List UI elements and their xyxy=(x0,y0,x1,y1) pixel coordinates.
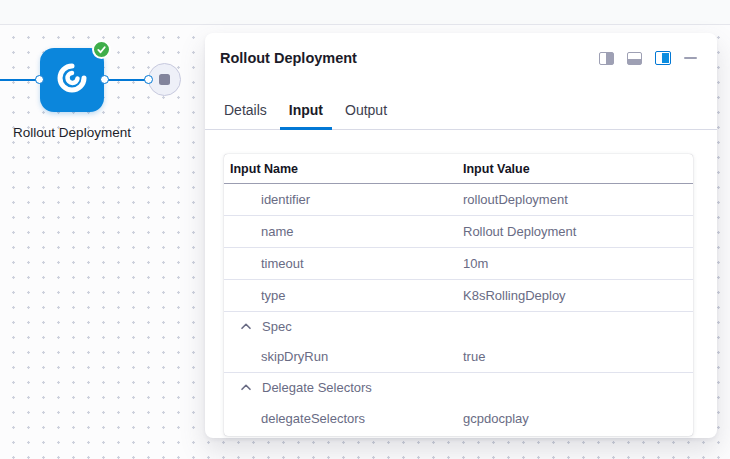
input-name-cell: name xyxy=(224,224,463,239)
panel-window-controls xyxy=(599,51,697,65)
input-name-cell: type xyxy=(224,288,463,303)
step-node-label: Rollout Deployment xyxy=(6,122,138,144)
input-field-row: identifierrolloutDeployment xyxy=(224,184,693,216)
step-node-rollout-deployment[interactable] xyxy=(40,48,104,112)
input-field-row: skipDryRuntrue xyxy=(224,341,693,373)
input-value-cell: 10m xyxy=(463,256,693,271)
column-header-input-value: Input Value xyxy=(463,162,693,176)
group-label: Delegate Selectors xyxy=(262,380,372,395)
node-port-in[interactable] xyxy=(35,75,44,84)
stop-square-icon xyxy=(159,74,170,85)
group-label: Spec xyxy=(262,319,292,334)
canvas-toolbar xyxy=(0,0,730,25)
input-name-cell: delegateSelectors xyxy=(224,411,463,426)
tab-output[interactable]: Output xyxy=(345,103,387,129)
input-name-cell: timeout xyxy=(224,256,463,271)
input-table: Input Name Input Value identifierrollout… xyxy=(224,154,693,436)
chevron-up-icon[interactable] xyxy=(241,323,251,330)
panel-header: Rollout Deployment xyxy=(205,33,717,66)
panel-title: Rollout Deployment xyxy=(220,50,357,66)
stop-node-port xyxy=(144,75,153,84)
rolling-deploy-icon xyxy=(54,60,90,100)
dock-right-active-icon[interactable] xyxy=(655,51,671,65)
input-value-cell: rolloutDeployment xyxy=(463,192,693,207)
tab-details[interactable]: Details xyxy=(224,103,267,129)
edge-connector-right xyxy=(102,79,150,81)
input-table-body: identifierrolloutDeploymentnameRollout D… xyxy=(224,184,693,434)
input-value-cell: true xyxy=(463,349,693,364)
node-port-out[interactable] xyxy=(100,75,109,84)
input-table-header: Input Name Input Value xyxy=(224,154,693,184)
input-value-cell: Rollout Deployment xyxy=(463,224,693,239)
panel-tabs: DetailsInputOutput xyxy=(205,66,717,130)
success-check-icon xyxy=(92,40,111,59)
input-field-row: nameRollout Deployment xyxy=(224,216,693,248)
input-value-cell: gcpdocplay xyxy=(463,411,693,426)
input-value-cell: K8sRollingDeploy xyxy=(463,288,693,303)
minimize-button[interactable] xyxy=(684,57,697,60)
input-name-cell: identifier xyxy=(224,192,463,207)
dock-split-bottom-icon[interactable] xyxy=(627,52,642,65)
tab-input[interactable]: Input xyxy=(280,103,332,130)
input-name-cell: skipDryRun xyxy=(224,349,463,364)
input-group-row: Spec xyxy=(224,312,693,341)
input-field-row: delegateSelectorsgcpdocplay xyxy=(224,402,693,434)
chevron-up-icon[interactable] xyxy=(241,384,251,391)
column-header-input-name: Input Name xyxy=(224,162,463,176)
dock-split-right-icon[interactable] xyxy=(599,52,614,65)
input-group-row: Delegate Selectors xyxy=(224,373,693,402)
input-field-row: timeout10m xyxy=(224,248,693,280)
input-field-row: typeK8sRollingDeploy xyxy=(224,280,693,312)
step-details-panel: Rollout Deployment DetailsInputOutput In… xyxy=(205,33,717,438)
